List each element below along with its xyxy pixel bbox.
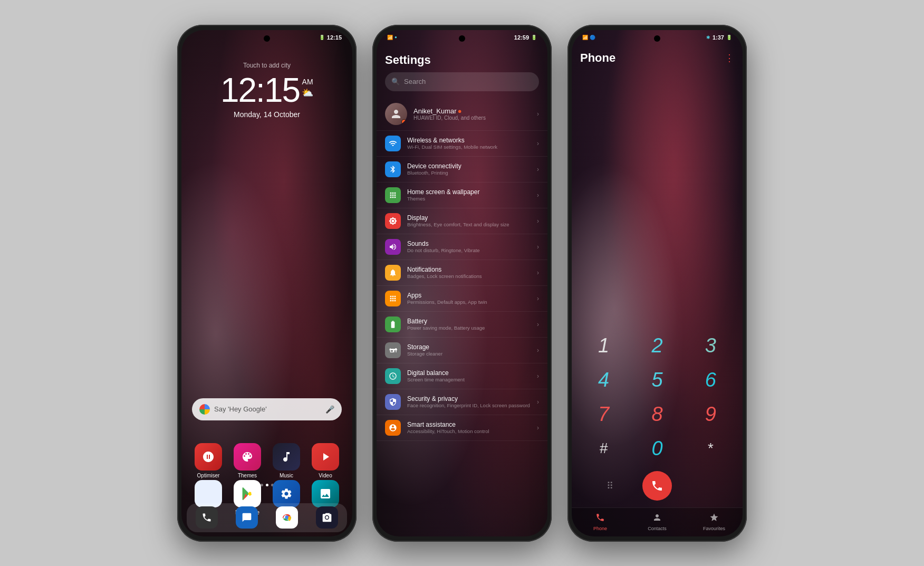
key-4[interactable]: 4	[577, 363, 630, 397]
chevron-apps: ›	[537, 295, 539, 302]
nav-phone[interactable]: Phone	[572, 513, 629, 531]
settings-icon-battery	[385, 316, 401, 332]
settings-text-wireless: Wireless & networks Wi-Fi, Dual SIM sett…	[407, 137, 531, 150]
chevron-connectivity: ›	[537, 166, 539, 173]
bottom-nav: Phone Contacts Favourites	[572, 507, 743, 536]
settings-text-storage: Storage Storage cleaner	[407, 343, 531, 357]
settings-item-battery[interactable]: Battery Power saving mode, Battery usage…	[377, 312, 547, 338]
battery-icon-1: 🔋	[319, 35, 325, 40]
keypad: 1 2 3 4 5 6 7 8 9 # 0 * ⠿	[572, 329, 743, 505]
dock-messages[interactable]	[236, 506, 258, 529]
camera-hole-3	[654, 35, 660, 42]
app-music[interactable]: Music	[270, 443, 303, 478]
settings-item-smart[interactable]: Smart assistance Accessibility, HiTouch,…	[377, 415, 547, 441]
app-icon-optimiser	[195, 443, 222, 471]
settings-item-sounds[interactable]: Sounds Do not disturb, Ringtone, Vibrate…	[377, 234, 547, 260]
app-themes[interactable]: Themes	[231, 443, 264, 478]
search-hint: Say 'Hey Google'	[214, 405, 321, 413]
dots-icon: ⠿	[607, 480, 613, 492]
settings-item-apps[interactable]: Apps Permissions, Default apps, App twin…	[377, 286, 547, 312]
mic-icon[interactable]: 🎤	[325, 405, 334, 414]
app-optimiser[interactable]: Optimiser	[192, 443, 225, 478]
chevron-profile: ›	[537, 110, 539, 118]
touch-add-city: Touch to add city	[243, 62, 291, 69]
battery-icon-3: 🔋	[726, 35, 732, 40]
settings-item-homescreen[interactable]: Home screen & wallpaper Themes ›	[377, 183, 547, 208]
chevron-display: ›	[537, 217, 539, 225]
nav-contacts[interactable]: Contacts	[629, 513, 686, 531]
settings-item-security[interactable]: Security & privacy Face recognition, Fin…	[377, 389, 547, 415]
chevron-homescreen: ›	[537, 191, 539, 199]
settings-text-smart: Smart assistance Accessibility, HiTouch,…	[407, 421, 531, 434]
google-logo	[199, 404, 210, 415]
profile-avatar	[385, 103, 407, 125]
settings-item-display[interactable]: Display Brightness, Eye comfort, Text an…	[377, 208, 547, 234]
key-7[interactable]: 7	[577, 397, 630, 431]
settings-item-wireless[interactable]: Wireless & networks Wi-Fi, Dual SIM sett…	[377, 131, 547, 157]
dialpad-icon[interactable]: ⠿	[577, 480, 642, 492]
settings-text-connectivity: Device connectivity Bluetooth, Printing	[407, 162, 531, 176]
settings-search-bar[interactable]: 🔍 Search	[385, 72, 539, 91]
settings-icon-homescreen	[385, 187, 401, 203]
key-9[interactable]: 9	[684, 397, 737, 431]
nav-label-contacts: Contacts	[648, 526, 667, 531]
settings-item-storage[interactable]: Storage Storage cleaner ›	[377, 338, 547, 363]
settings-icon-smart	[385, 420, 401, 436]
settings-icon-display	[385, 213, 401, 229]
call-button[interactable]	[642, 471, 672, 501]
dock	[187, 503, 347, 532]
settings-icon-wireless	[385, 136, 401, 151]
keypad-grid: 1 2 3 4 5 6 7 8 9 # 0 *	[577, 329, 737, 466]
chevron-digital: ›	[537, 372, 539, 380]
dock-chrome[interactable]	[276, 506, 298, 529]
call-row: ⠿	[577, 466, 737, 505]
nav-icon-phone	[595, 513, 605, 525]
key-0[interactable]: 0	[630, 431, 684, 466]
settings-list: Aniket_Kumar● HUAWEI ID, Cloud, and othe…	[377, 98, 547, 531]
key-6[interactable]: 6	[684, 363, 737, 397]
clock-time-display: 12:15	[220, 73, 300, 107]
chevron-wireless: ›	[537, 140, 539, 147]
settings-icon-storage	[385, 342, 401, 358]
battery-icon-2: 🔋	[531, 35, 537, 40]
nav-favourites[interactable]: Favourites	[686, 513, 743, 531]
chevron-sounds: ›	[537, 243, 539, 251]
camera-hole	[264, 35, 270, 42]
settings-item-digital[interactable]: Digital balance Screen time management ›	[377, 363, 547, 389]
chevron-notifications: ›	[537, 269, 539, 276]
settings-item-connectivity[interactable]: Device connectivity Bluetooth, Printing …	[377, 157, 547, 183]
dock-phone[interactable]	[196, 506, 218, 529]
app-icon-video	[312, 443, 339, 471]
dock-camera[interactable]	[316, 506, 338, 529]
key-5[interactable]: 5	[630, 363, 684, 397]
key-3[interactable]: 3	[684, 329, 737, 363]
settings-title: Settings	[377, 45, 547, 72]
clock-status-3: 1:37	[713, 34, 724, 41]
key-1[interactable]: 1	[577, 329, 630, 363]
app-label-themes: Themes	[238, 473, 257, 478]
app-video[interactable]: Video	[309, 443, 342, 478]
phone-2: 📶 ● 12:59 🔋 Settings 🔍 Search	[372, 25, 552, 542]
nav-icon-contacts	[652, 513, 662, 525]
lockscreen-info: Touch to add city 12:15 AM ⛅ Monday, 14 …	[181, 62, 352, 119]
google-search-bar[interactable]: Say 'Hey Google' 🎤	[192, 398, 342, 420]
search-placeholder: Search	[404, 78, 426, 85]
profile-sub: HUAWEI ID, Cloud, and others	[413, 115, 531, 121]
phone-1: 🔋 12:15 Touch to add city 12:15 AM ⛅ Mon…	[177, 25, 357, 542]
key-star[interactable]: *	[684, 431, 737, 466]
settings-text-digital: Digital balance Screen time management	[407, 369, 531, 382]
settings-profile-row[interactable]: Aniket_Kumar● HUAWEI ID, Cloud, and othe…	[377, 98, 547, 131]
app-label-optimiser: Optimiser	[197, 473, 220, 478]
phone-menu-icon[interactable]: ⋮	[725, 52, 734, 64]
nav-label-favourites: Favourites	[703, 526, 725, 531]
settings-item-notifications[interactable]: Notifications Badges, Lock screen notifi…	[377, 260, 547, 286]
key-hash[interactable]: #	[577, 431, 630, 466]
nav-label-phone: Phone	[593, 526, 607, 531]
app-icon-themes	[234, 443, 261, 471]
key-8[interactable]: 8	[630, 397, 684, 431]
settings-icon-sounds	[385, 239, 401, 255]
settings-text-display: Display Brightness, Eye comfort, Text an…	[407, 214, 531, 227]
key-2[interactable]: 2	[630, 329, 684, 363]
clock-ampm: AM	[302, 78, 313, 86]
settings-text-notifications: Notifications Badges, Lock screen notifi…	[407, 266, 531, 279]
